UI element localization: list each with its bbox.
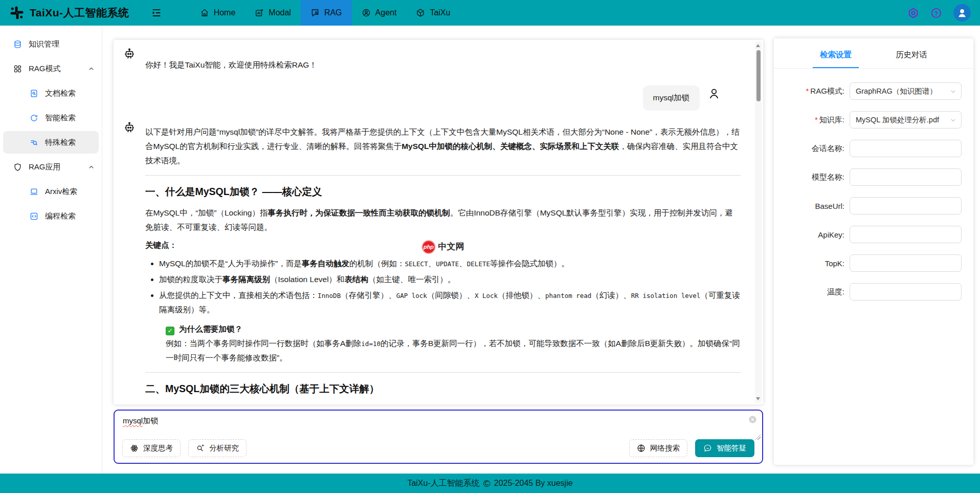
nav-item-label: Modal bbox=[269, 8, 291, 17]
tab-retrieval-settings[interactable]: 检索设置 bbox=[813, 50, 859, 68]
deep-think-label: 深度思考 bbox=[143, 443, 173, 453]
sidebar-item-label: Arxiv检索 bbox=[45, 187, 77, 197]
nav-item-modal[interactable]: AI Modal bbox=[245, 0, 301, 26]
answer-paragraph-2: 根据您提供的上下文，我将从最常用、最易混淆的场景出发，分步解释加锁机制。所有内容… bbox=[145, 403, 741, 404]
web-search-button[interactable]: 网络搜索 bbox=[629, 439, 687, 457]
form-row-baseurl: BaseUrl: bbox=[774, 197, 973, 215]
form-row-session-name: 会话名称: bbox=[774, 140, 973, 157]
database-icon bbox=[13, 40, 22, 49]
globe-icon bbox=[637, 444, 645, 453]
chat-panel: 你好！我是TaiXu智能，欢迎使用特殊检索RAG！ mysql加锁 以下是针对用… bbox=[114, 40, 763, 404]
knowledge-base-value: MySQL 加锁处理分析.pdf bbox=[856, 115, 939, 125]
php-cn-watermark: php 中文网 bbox=[422, 239, 464, 255]
top-navbar: TaiXu-人工智能系统 Home AI Modal bbox=[0, 0, 980, 26]
deep-think-button[interactable]: 深度思考 bbox=[122, 439, 181, 457]
message-input[interactable]: mysql加锁 bbox=[115, 411, 747, 437]
session-name-input[interactable] bbox=[856, 140, 948, 157]
required-marker: * bbox=[806, 87, 809, 95]
smart-qa-label: 智能答疑 bbox=[717, 443, 746, 453]
sidebar-item-knowledge[interactable]: 知识管理 bbox=[0, 33, 102, 55]
resize-handle[interactable] bbox=[755, 434, 761, 440]
sidebar-item-arxiv-search[interactable]: Arxiv检索 bbox=[0, 180, 102, 203]
greeting-text: 你好！我是TaiXu智能，欢迎使用特殊检索RAG！ bbox=[145, 47, 741, 72]
required-marker: * bbox=[815, 115, 818, 124]
chevron-up-icon bbox=[88, 66, 95, 72]
tab-history[interactable]: 历史对话 bbox=[888, 50, 934, 68]
field-label: 会话名称: bbox=[774, 144, 850, 154]
robot-icon bbox=[123, 121, 136, 134]
check-icon: ✓ bbox=[166, 327, 174, 335]
why-lock-title-text: 为什么需要加锁？ bbox=[179, 325, 242, 333]
section-heading-2: 二、MySQL加锁的三大核心机制（基于上下文详解） bbox=[145, 380, 741, 398]
answer-intro: 以下是针对用户问题“mysql加锁”的详尽中文解答。我将严格基于您提供的上下文（… bbox=[145, 125, 741, 168]
nav-item-label: RAG bbox=[324, 8, 342, 17]
divider bbox=[145, 372, 741, 373]
footer: TaiXu-人工智能系统 © 2025-2045 By xuesjie bbox=[0, 474, 980, 493]
field-label: *RAG模式: bbox=[774, 87, 850, 96]
model-name-input[interactable] bbox=[856, 169, 948, 185]
answer-markdown: 以下是针对用户问题“mysql加锁”的详尽中文解答。我将严格基于您提供的上下文（… bbox=[145, 121, 741, 404]
sidebar-item-special-search[interactable]: 特殊检索 bbox=[3, 131, 99, 154]
nav-item-taixu[interactable]: TaiXu bbox=[406, 0, 460, 26]
keypoints-line: 关键点： php 中文网 bbox=[145, 238, 741, 252]
app-title: TaiXu-人工智能系统 bbox=[30, 6, 129, 20]
laptop-icon bbox=[30, 187, 38, 196]
main-nav: Home AI Modal RAG bbox=[190, 0, 460, 26]
collapse-menu-icon[interactable] bbox=[151, 7, 162, 18]
sidebar-group-rag-app[interactable]: RAG应用 bbox=[0, 156, 102, 178]
sidebar-item-label: 编程检索 bbox=[45, 211, 76, 221]
sidebar-group-label: RAG应用 bbox=[29, 162, 61, 172]
input-text: 加锁 bbox=[143, 416, 158, 425]
sidebar-item-label: 特殊检索 bbox=[45, 138, 76, 147]
smart-qa-button[interactable]: 智能答疑 bbox=[695, 439, 754, 457]
sidebar-item-doc-search[interactable]: 文档检索 bbox=[0, 82, 102, 104]
keypoints-list: MySQL的加锁不是“人为手动操作”，而是事务自动触发的机制（例如：SELECT… bbox=[145, 256, 741, 317]
settings-form: *RAG模式: GraphRAG（知识图谱） *知识库: MySQL 加锁处理分… bbox=[774, 82, 973, 301]
sidebar-item-coding-search[interactable]: 编程检索 bbox=[0, 205, 102, 227]
rag-mode-value: GraphRAG（知识图谱） bbox=[856, 87, 937, 96]
clear-input-icon[interactable] bbox=[748, 415, 757, 424]
settings-tabs: 检索设置 历史对话 bbox=[774, 38, 973, 69]
nav-item-rag[interactable]: RAG bbox=[301, 0, 352, 26]
temperature-input[interactable] bbox=[856, 284, 948, 300]
help-icon[interactable]: ? bbox=[930, 7, 942, 19]
document-search-icon bbox=[30, 89, 38, 98]
chat-smile-icon bbox=[703, 444, 712, 453]
analyze-button[interactable]: 分析研究 bbox=[188, 439, 247, 457]
settings-panel: 检索设置 历史对话 *RAG模式: GraphRAG（知识图谱） *知识库: M… bbox=[774, 38, 973, 465]
baseurl-input[interactable] bbox=[856, 198, 948, 214]
footer-credit: 2025-2045 By xuesjie bbox=[494, 479, 573, 488]
scroll-up-arrow-icon[interactable] bbox=[756, 44, 760, 47]
chat-scrollbar[interactable] bbox=[755, 41, 762, 403]
rag-mode-select[interactable]: GraphRAG（知识图谱） bbox=[850, 82, 962, 100]
section-heading-1: 一、什么是MySQL加锁？ ——核心定义 bbox=[145, 183, 741, 201]
list-item: MySQL的加锁不是“人为手动操作”，而是事务自动触发的机制（例如：SELECT… bbox=[159, 256, 741, 271]
why-lock-body: 例如：当两个事务同时操作同一行数据时（如事务A删除id=10的记录，事务B更新同… bbox=[166, 336, 741, 365]
field-label: 温度: bbox=[774, 287, 850, 297]
shield-icon bbox=[13, 163, 22, 172]
field-label: *知识库: bbox=[774, 115, 850, 125]
message-ai-answer: 以下是针对用户问题“mysql加锁”的详尽中文解答。我将严格基于您提供的上下文（… bbox=[123, 121, 741, 404]
sidebar-group-rag-mode[interactable]: RAG模式 bbox=[0, 57, 102, 80]
field-label: ApiKey: bbox=[774, 230, 850, 239]
scrollbar-thumb[interactable] bbox=[756, 50, 761, 101]
scroll-down-arrow-icon[interactable] bbox=[756, 397, 760, 400]
keypoints-label: 关键点： bbox=[145, 241, 177, 249]
form-row-topk: TopK: bbox=[774, 254, 973, 272]
form-row-knowledge-base: *知识库: MySQL 加锁处理分析.pdf bbox=[774, 111, 973, 128]
knowledge-base-select[interactable]: MySQL 加锁处理分析.pdf bbox=[850, 111, 962, 128]
form-row-apikey: ApiKey: bbox=[774, 226, 973, 243]
message-ai-greeting: 你好！我是TaiXu智能，欢迎使用特殊检索RAG！ bbox=[123, 47, 741, 72]
php-logo-icon: php bbox=[422, 240, 436, 254]
svg-text:?: ? bbox=[934, 10, 938, 16]
apikey-input[interactable] bbox=[856, 226, 948, 243]
watermark-text: 中文网 bbox=[438, 239, 464, 255]
topk-input[interactable] bbox=[856, 255, 948, 271]
user-avatar[interactable] bbox=[953, 4, 971, 22]
nav-item-home[interactable]: Home bbox=[190, 0, 246, 26]
sidebar-item-smart-search[interactable]: 智能检索 bbox=[0, 106, 102, 129]
home-icon bbox=[200, 8, 209, 17]
list-item: 从您提供的上下文中，直接相关的术语包括：InnoDB（存储引擎）、GAP loc… bbox=[159, 288, 741, 317]
nav-item-agent[interactable]: Agent bbox=[352, 0, 407, 26]
settings-gear-icon[interactable] bbox=[907, 7, 919, 19]
